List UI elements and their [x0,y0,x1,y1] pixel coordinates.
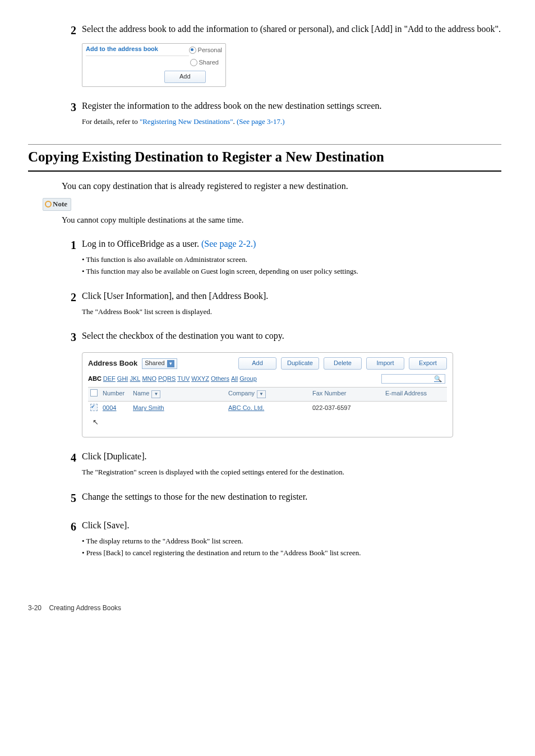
note-label: Note [43,198,71,211]
alpha-wxyz[interactable]: WXYZ [191,375,209,384]
step-b3-text: Select the checkbox of the destination y… [82,329,501,345]
b1-sub2: This function may also be available on G… [82,267,358,275]
step-number: 1 [62,237,82,253]
add-button[interactable]: Add [164,71,206,83]
sort-icon[interactable]: ▼ [257,390,266,398]
col-mail[interactable]: E-mail Address [385,389,445,399]
note-icon [45,201,52,208]
alpha-def[interactable]: DEF [103,375,116,384]
step-number: 5 [62,490,82,506]
sort-icon[interactable]: ▼ [151,390,160,398]
table-row: ↖ 0004 Mary Smith ABC Co. Ltd. 022-037-6… [88,402,447,427]
select-all-checkbox[interactable] [90,389,98,397]
b6-sub2: Press [Back] to cancel registering the d… [82,548,361,557]
step-number: 3 [62,99,82,116]
duplicate-button[interactable]: Duplicate [281,357,319,370]
step-number: 2 [62,289,82,306]
step-2-text: Select the address book to add the infor… [82,22,501,39]
row-company-link[interactable]: ABC Co. Ltd. [228,404,264,411]
cursor-icon: ↖ [93,418,99,426]
note-body: You cannot copy multiple destinations at… [62,214,501,226]
link-page-2-2[interactable]: (See page 2-2.) [201,239,256,248]
radio-dot-checked-icon [189,47,196,54]
step-3-sub: For details, refer to "Registering New D… [82,117,501,127]
step-3-text: Register the information to the address … [82,99,501,116]
alpha-all[interactable]: All [231,375,238,384]
export-button[interactable]: Export [409,357,447,370]
col-number[interactable]: Number [103,389,133,399]
search-icon: 🔍 [434,375,442,384]
alpha-jkl[interactable]: JKL [130,375,140,384]
radio-dot-icon [190,59,197,66]
step-number: 6 [62,519,82,535]
alpha-filter: ABC DEF GHI JKL MNO PQRS TUV WXYZ Others… [88,374,447,384]
panel-header: Add to the address book [86,45,189,56]
section-title: Copying Existing Destination to Register… [28,144,501,172]
address-book-title: Address Book [88,358,137,369]
link-page-3-17[interactable]: (See page 3-17.) [237,117,285,126]
delete-button[interactable]: Delete [324,357,362,370]
address-book-scope-select[interactable]: Shared ▾ [142,358,177,369]
row-fax: 022-037-6597 [312,404,385,425]
step-b6-text: Click [Save]. [82,519,501,535]
alpha-pqrs[interactable]: PQRS [158,375,176,384]
import-button[interactable]: Import [366,357,404,370]
step-b2-text: Click [User Information], and then [Addr… [82,289,501,306]
step-number: 4 [62,450,82,466]
chevron-down-icon: ▾ [167,360,174,367]
alpha-group[interactable]: Group [239,375,257,384]
alpha-ghi[interactable]: GHI [117,375,128,384]
section-intro: You can copy destination that is already… [62,179,501,192]
radio-personal[interactable]: Personal [189,46,222,55]
add-to-address-book-panel: Add to the address book Personal Shared … [82,43,226,87]
b1-sub1: This function is also available on Admin… [82,255,247,264]
b4-sub: The "Registration" screen is displayed w… [82,467,501,478]
alpha-abc[interactable]: ABC [88,375,102,384]
row-name-link[interactable]: Mary Smith [133,404,164,411]
page-footer: 3-20 Creating Address Books [28,603,501,613]
address-book-panel: Address Book Shared ▾ Add Duplicate Dele… [82,352,453,437]
step-b1-text: Log in to OfficeBridge as a user. (See p… [82,237,501,253]
step-b4-text: Click [Duplicate]. [82,450,501,466]
page-number: 3-20 [28,604,41,612]
alpha-mno[interactable]: MNO [142,375,156,384]
col-name[interactable]: Name [133,390,149,397]
add-button[interactable]: Add [238,357,276,370]
alpha-others[interactable]: Others [211,375,229,384]
link-registering[interactable]: "Registering New Destinations" [140,117,233,126]
footer-title: Creating Address Books [49,604,121,612]
svg-point-0 [45,201,51,207]
column-headers: Number Name▼ Company▼ Fax Number E-mail … [88,387,447,402]
step-b5-text: Change the settings to those for the new… [82,490,501,506]
b2-sub: The "Address Book" list screen is displa… [82,307,501,317]
row-checkbox[interactable] [90,404,98,411]
col-company[interactable]: Company [228,390,255,397]
row-number-link[interactable]: 0004 [103,404,116,411]
b6-sub1: The display returns to the "Address Book… [82,537,243,545]
radio-shared[interactable]: Shared [190,58,219,67]
step-number: 2 [62,22,82,39]
step-number: 3 [62,329,82,345]
col-fax[interactable]: Fax Number [312,389,385,399]
search-input[interactable]: 🔍 [381,374,445,384]
alpha-tuv[interactable]: TUV [177,375,190,384]
